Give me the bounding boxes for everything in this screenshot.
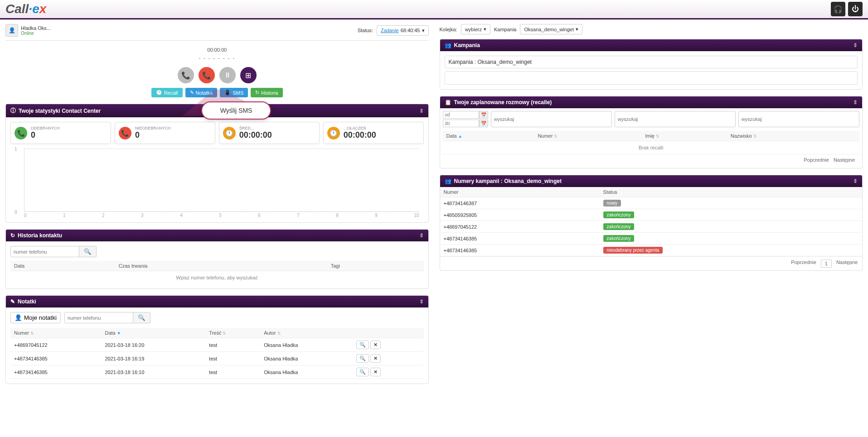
stats-title: Twoje statystyki Contact Center bbox=[19, 108, 101, 114]
drag-icon[interactable]: ⇕ bbox=[853, 178, 858, 184]
note-button[interactable]: ✎Notatka bbox=[185, 88, 218, 97]
history-search-button[interactable]: 🔍 bbox=[79, 246, 97, 257]
table-row[interactable]: +48697045122 zakończony bbox=[440, 221, 863, 233]
prev-link[interactable]: Poprzednie bbox=[791, 259, 816, 268]
search-last-input[interactable] bbox=[738, 111, 859, 127]
table-row[interactable]: +48734146385 2021-03-18 16:19 test Oksan… bbox=[10, 352, 424, 365]
calendar-icon[interactable]: 📅 bbox=[479, 111, 488, 119]
campaign-number: +48697045122 bbox=[440, 221, 600, 233]
campaign-text: Kampania : Oksana_demo_winget bbox=[445, 56, 858, 68]
search-number-input[interactable] bbox=[491, 111, 612, 127]
col-number[interactable]: Numer bbox=[440, 187, 600, 197]
recall-button[interactable]: 🕐Recall bbox=[151, 88, 183, 97]
table-row[interactable]: +48734146385 zakończony bbox=[440, 233, 863, 245]
history-search-input[interactable] bbox=[10, 246, 79, 257]
right-column: Kolejka: wybierz ▾ Kampania Oksana_demo_… bbox=[440, 24, 863, 390]
table-row[interactable]: +48734146387 nowy bbox=[440, 197, 863, 209]
group-icon: 👥 bbox=[445, 178, 451, 184]
view-button[interactable]: 🔍 bbox=[356, 368, 369, 376]
col-first[interactable]: Imię⇅ bbox=[641, 131, 727, 141]
task-time: 68:40:45 bbox=[401, 28, 420, 33]
col-date[interactable]: Data▲ bbox=[443, 131, 534, 141]
chevron-down-icon: ▾ bbox=[576, 26, 578, 32]
note-content: test bbox=[205, 365, 260, 379]
logo-x: x bbox=[39, 2, 47, 16]
delete-button[interactable]: ✕ bbox=[370, 354, 381, 363]
col-tags[interactable]: Tagi bbox=[327, 261, 424, 271]
col-author[interactable]: Autor⇅ bbox=[260, 328, 353, 338]
call-button[interactable]: 📞 bbox=[178, 67, 194, 83]
col-date[interactable]: Data bbox=[10, 261, 115, 271]
notes-search-input[interactable] bbox=[64, 312, 133, 323]
dialpad-button[interactable]: ⊞ bbox=[240, 67, 257, 83]
col-number[interactable]: Numer⇅ bbox=[534, 131, 641, 141]
clock-icon: 🕐 bbox=[327, 127, 340, 139]
page-number[interactable]: 1 bbox=[821, 259, 832, 268]
status-dropdown[interactable]: Zadanie 68:40:45 ▾ bbox=[377, 25, 429, 36]
stats-chart: 1 0 bbox=[24, 149, 419, 212]
campaign-number: +48734146385 bbox=[440, 233, 600, 245]
avg-label: ŚRED... bbox=[239, 126, 272, 130]
status-badge: nowy bbox=[603, 200, 621, 206]
missed-label: NIEODEBRANYCH bbox=[135, 126, 171, 130]
next-link[interactable]: Następne bbox=[836, 259, 858, 268]
table-row[interactable]: +48505925805 zakończony bbox=[440, 209, 863, 221]
col-date[interactable]: Data▼ bbox=[101, 328, 205, 338]
campaign-empty-box bbox=[445, 71, 858, 85]
queue-dropdown[interactable]: wybierz ▾ bbox=[461, 24, 490, 34]
delete-button[interactable]: ✕ bbox=[370, 341, 381, 349]
user-name: Hladka Oks... bbox=[21, 25, 51, 31]
drag-icon[interactable]: ⇕ bbox=[853, 42, 858, 48]
chevron-down-icon: ▾ bbox=[422, 28, 425, 34]
table-row[interactable]: +48734146385 2021-03-18 16:10 test Oksan… bbox=[10, 365, 424, 379]
note-content: test bbox=[205, 352, 260, 365]
drag-icon[interactable]: ⇕ bbox=[419, 108, 424, 114]
history-empty: Wpisz numer telefonu, aby wyszukać bbox=[10, 271, 424, 284]
delete-button[interactable]: ✕ bbox=[370, 368, 381, 376]
status-badge: zakończony bbox=[603, 211, 635, 218]
headset-icon[interactable]: 🎧 bbox=[831, 2, 845, 16]
calendar-icon: 📋 bbox=[445, 99, 451, 106]
drag-icon[interactable]: ⇕ bbox=[419, 298, 424, 305]
note-number: +48734146385 bbox=[10, 365, 101, 379]
campaign-number: +48734146387 bbox=[440, 197, 600, 209]
missed-value: 0 bbox=[135, 130, 171, 140]
view-button[interactable]: 🔍 bbox=[356, 354, 369, 363]
status-badge: zakończony bbox=[603, 235, 635, 242]
my-notes-button[interactable]: 👤Moje notatki bbox=[10, 312, 61, 323]
view-button[interactable]: 🔍 bbox=[356, 341, 369, 349]
col-duration[interactable]: Czas trwania bbox=[115, 261, 327, 271]
date-from-input[interactable] bbox=[443, 111, 479, 119]
calendar-icon[interactable]: 📅 bbox=[479, 120, 488, 127]
col-last[interactable]: Nazwisko⇅ bbox=[727, 131, 859, 141]
drag-icon[interactable]: ⇕ bbox=[853, 99, 858, 106]
pencil-icon: ✎ bbox=[190, 90, 194, 96]
sms-button[interactable]: 📱SMS bbox=[220, 88, 248, 97]
table-row[interactable]: +48697045122 2021-03-18 16:20 test Oksan… bbox=[10, 338, 424, 352]
clock-icon: 🕐 bbox=[156, 90, 162, 96]
campaign-dropdown[interactable]: Oksana_demo_winget ▾ bbox=[520, 24, 582, 34]
table-row[interactable]: +48734146385 nieodebrany przez agenta bbox=[440, 245, 863, 256]
notes-search-button[interactable]: 🔍 bbox=[133, 312, 150, 323]
status-label: Status: bbox=[358, 28, 373, 33]
logo-call: Call bbox=[5, 2, 29, 16]
pause-button[interactable]: ⏸ bbox=[219, 67, 236, 83]
campaign-number: +48734146385 bbox=[440, 245, 600, 256]
status-badge: nieodebrany przez agenta bbox=[603, 247, 663, 254]
col-content[interactable]: Treść⇅ bbox=[205, 328, 260, 338]
next-link[interactable]: Następne bbox=[834, 157, 855, 163]
drag-icon[interactable]: ⇕ bbox=[419, 232, 424, 239]
recalls-empty: Brak recalli bbox=[443, 141, 860, 154]
note-author: Oksana Hladka bbox=[260, 365, 353, 379]
note-label: Notatka bbox=[196, 90, 213, 96]
history-button[interactable]: ↻Historia bbox=[251, 88, 282, 97]
search-first-input[interactable] bbox=[615, 111, 736, 127]
power-icon[interactable]: ⏻ bbox=[848, 2, 863, 16]
hangup-button[interactable]: 📞 bbox=[199, 67, 215, 83]
task-label: Zadanie bbox=[381, 28, 399, 33]
col-number[interactable]: Numer⇅ bbox=[10, 328, 101, 338]
date-to-input[interactable] bbox=[443, 120, 479, 127]
chart-x-axis: 012345678910 bbox=[24, 213, 419, 218]
col-status[interactable]: Status bbox=[600, 187, 862, 197]
prev-link[interactable]: Poprzednie bbox=[804, 157, 829, 163]
